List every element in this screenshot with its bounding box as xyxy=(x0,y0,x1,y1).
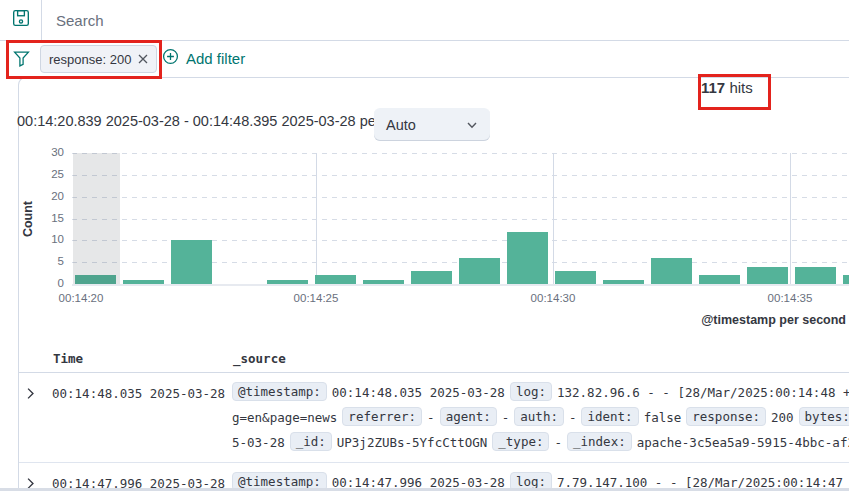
table-body: 00:14:48.035 2025-03-28@timestamp:00:14:… xyxy=(19,373,849,491)
histogram-bar[interactable] xyxy=(411,271,452,284)
plus-circle-icon xyxy=(162,48,179,68)
gridline-vertical xyxy=(316,153,317,284)
source-line: g=en&page=newsreferrer:-agent:-auth:-ide… xyxy=(232,405,849,430)
field-badge: referrer: xyxy=(342,407,422,426)
field-value: - xyxy=(502,410,510,425)
filter-funnel-icon xyxy=(13,50,30,71)
table-row: 00:14:47.996 2025-03-28@timestamp:00:14:… xyxy=(19,463,849,491)
field-badge: response: xyxy=(686,407,766,426)
histogram-bar[interactable] xyxy=(651,258,692,284)
search-bar xyxy=(0,0,849,41)
add-filter-button[interactable]: Add filter xyxy=(162,48,245,68)
field-value: 132.82.96.6 - - [28/Mar/2025:00:14:48 +0… xyxy=(557,385,849,400)
histogram-bar[interactable] xyxy=(747,267,788,284)
filter-pill-response-200[interactable]: response: 200 xyxy=(40,45,157,73)
row-time-cell: 00:14:48.035 2025-03-28 xyxy=(52,386,225,401)
histogram-bar[interactable] xyxy=(315,275,356,284)
table-header-source: _source xyxy=(233,351,286,366)
field-value: 5-03-28 xyxy=(232,435,285,450)
field-badge: ident: xyxy=(581,407,638,426)
histogram-bar[interactable] xyxy=(459,258,500,284)
remove-filter-icon[interactable] xyxy=(138,54,148,64)
field-badge: _type: xyxy=(492,432,549,451)
source-line: 5-03-28_id:UP3j2ZUBs-5YfcCttOGN_type:-_i… xyxy=(232,430,849,455)
gridline-horizontal xyxy=(72,219,849,220)
gridline-horizontal xyxy=(72,153,849,154)
x-axis-tick-label: 00:14:30 xyxy=(513,292,593,304)
histogram-bar[interactable] xyxy=(555,271,596,284)
field-value: g=en&page=news xyxy=(232,410,337,425)
histogram-plot[interactable] xyxy=(72,153,849,286)
y-axis-tick-label: 10 xyxy=(36,233,64,245)
y-axis-tick-label: 20 xyxy=(36,190,64,202)
gridline-horizontal xyxy=(72,197,849,198)
field-value: 00:14:48.035 2025-03-28 xyxy=(332,385,505,400)
save-icon xyxy=(12,9,30,31)
interval-select[interactable]: Auto xyxy=(374,108,490,141)
field-badge: bytes: xyxy=(799,407,849,426)
discover-app: response: 200 Add filter 117 hits 00:14:… xyxy=(0,0,849,491)
interval-selected-value: Auto xyxy=(386,117,416,133)
x-axis-tick-label: 00:14:25 xyxy=(276,292,356,304)
y-axis-tick-label: 0 xyxy=(36,277,64,289)
field-value: - xyxy=(554,435,562,450)
y-axis-tick-label: 25 xyxy=(36,168,64,180)
gridline-vertical xyxy=(790,153,791,284)
field-value: apache-3c5ea5a9-5915-4bbc-af20- xyxy=(637,435,849,450)
field-badge: _id: xyxy=(290,432,332,451)
histogram-bar[interactable] xyxy=(123,280,164,284)
field-value: - xyxy=(427,410,435,425)
histogram-bar[interactable] xyxy=(363,280,404,284)
y-axis-title: Count xyxy=(21,190,35,248)
x-axis-tick-label: 00:14:35 xyxy=(750,292,830,304)
field-value: - xyxy=(569,410,577,425)
chevron-down-icon xyxy=(466,119,478,131)
hits-unit: hits xyxy=(729,79,752,96)
histogram-bar[interactable] xyxy=(507,232,548,284)
row-source-cell: @timestamp:00:14:48.035 2025-03-28log:13… xyxy=(232,380,849,455)
histogram-bar[interactable] xyxy=(699,275,740,284)
partial-bucket-shade xyxy=(73,153,120,284)
field-badge: auth: xyxy=(514,407,564,426)
hits-number: 117 xyxy=(701,79,725,96)
y-axis-tick-label: 30 xyxy=(36,146,64,158)
field-value: UP3j2ZUBs-5YfcCttOGN xyxy=(337,435,488,450)
x-axis-title: @timestamp per second xyxy=(701,313,846,327)
source-line: @timestamp:00:14:48.035 2025-03-28log:13… xyxy=(232,380,849,405)
gridline-horizontal xyxy=(72,175,849,176)
histogram-bar[interactable] xyxy=(171,240,212,284)
time-range-label: 00:14:20.839 2025-03-28 - 00:14:48.395 2… xyxy=(17,113,381,129)
histogram-bar[interactable] xyxy=(795,267,836,284)
field-value: 200 xyxy=(771,410,794,425)
filter-pill-label: response: 200 xyxy=(49,52,131,67)
hits-count: 117 hits xyxy=(701,79,753,96)
histogram-bar[interactable] xyxy=(603,280,644,284)
histogram-bar[interactable] xyxy=(267,280,308,284)
table-row: 00:14:48.035 2025-03-28@timestamp:00:14:… xyxy=(19,373,849,463)
y-axis-tick-label: 5 xyxy=(36,255,64,267)
field-value: false xyxy=(644,410,682,425)
search-input[interactable] xyxy=(42,0,849,40)
field-badge: log: xyxy=(510,382,552,401)
add-filter-label: Add filter xyxy=(186,50,245,67)
table-header-time: Time xyxy=(53,351,83,366)
field-badge: _index: xyxy=(567,432,632,451)
save-query-button[interactable] xyxy=(0,0,42,40)
y-axis-tick-label: 15 xyxy=(36,212,64,224)
field-badge: @timestamp: xyxy=(232,382,327,401)
gridline-vertical xyxy=(553,153,554,284)
expand-row-chevron-icon[interactable] xyxy=(24,385,40,401)
field-badge: agent: xyxy=(440,407,497,426)
x-axis-tick-label: 00:14:20 xyxy=(41,292,121,304)
histogram-bar[interactable] xyxy=(843,275,849,284)
